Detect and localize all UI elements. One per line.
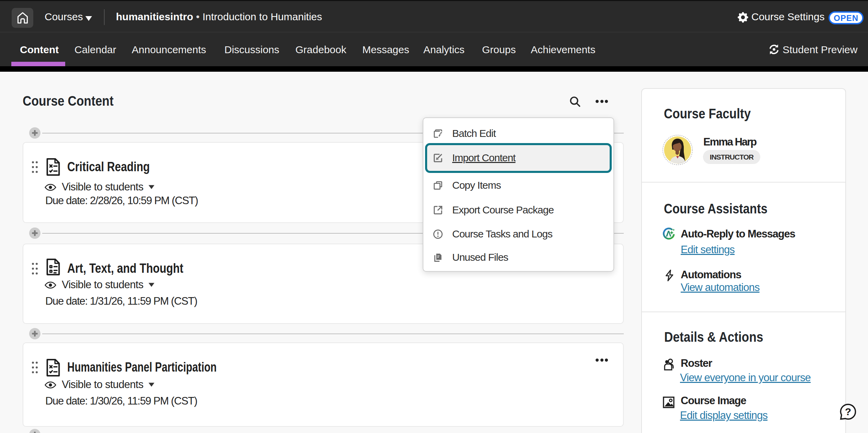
svg-text:?: ? bbox=[845, 406, 851, 417]
